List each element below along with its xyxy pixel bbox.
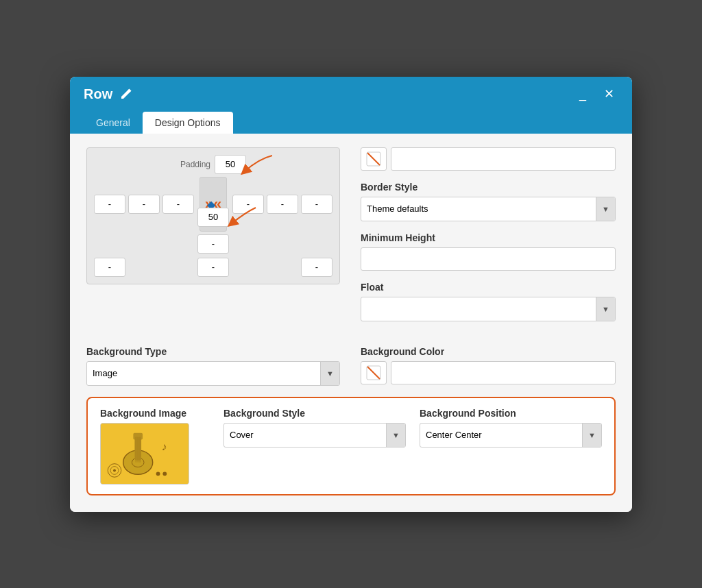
tab-general[interactable]: General: [84, 112, 143, 134]
float-select[interactable]: Left Right None: [361, 299, 596, 318]
title-bar-left: Row: [84, 86, 133, 102]
bg-style-dropdown-arrow: ▼: [386, 424, 405, 447]
pad-inner-solo[interactable]: [197, 234, 229, 254]
bg-style-select-wrap[interactable]: Cover Contain Auto Tile ▼: [223, 423, 406, 448]
bg-style-col: Background Style Cover Contain Auto Tile…: [223, 408, 406, 448]
right-col: Border Style Theme defaults None Solid D…: [361, 147, 616, 332]
padding-mid-row: ◆ » «: [94, 177, 332, 232]
svg-text:♪: ♪: [161, 441, 167, 452]
bg-color-label: Background Color: [361, 346, 616, 357]
tab-design-options[interactable]: Design Options: [143, 112, 233, 134]
pad-outer-bottom-mid[interactable]: [197, 258, 229, 277]
bg-image-col: Background Image: [100, 408, 210, 485]
arrow-annotation-inner: [218, 204, 266, 228]
padding-margin-section: Padding 50: [86, 147, 340, 332]
bottom-section: Background Type None Color Image Gradien…: [86, 346, 616, 495]
dialog: Row _ ✕ General Design Options: [70, 77, 632, 512]
bg-no-color-icon: [366, 365, 381, 380]
padding-top-row: Padding 50: [94, 155, 332, 174]
dialog-body: Padding 50: [70, 134, 632, 512]
guitar-svg: ♪: [101, 424, 189, 484]
bg-style-label: Background Style: [223, 408, 406, 419]
border-color-swatch[interactable]: [361, 147, 387, 171]
bg-type-group: Background Type None Color Image Gradien…: [86, 346, 340, 386]
close-button[interactable]: ✕: [600, 86, 618, 101]
svg-point-16: [162, 471, 167, 476]
title-bar-right: _ ✕: [575, 86, 618, 101]
bg-color-group: Background Color: [361, 346, 616, 384]
border-style-dropdown-arrow: ▼: [596, 197, 615, 221]
pad-left3[interactable]: [162, 195, 194, 214]
pad-right3[interactable]: [301, 195, 332, 214]
bg-type-select-wrap[interactable]: None Color Image Gradient ▼: [86, 361, 340, 386]
bg-position-col: Background Position Center Center Top Le…: [420, 408, 602, 448]
bg-position-dropdown-arrow: ▼: [582, 424, 601, 447]
bg-type-select[interactable]: None Color Image Gradient: [87, 364, 320, 382]
bg-image-label: Background Image: [100, 408, 210, 419]
bg-style-select[interactable]: Cover Contain Auto Tile: [224, 426, 386, 444]
pad-outer-bottom-left[interactable]: [94, 258, 125, 277]
border-style-field: Border Style Theme defaults None Solid D…: [361, 182, 616, 221]
border-color-field: [361, 147, 616, 171]
tabs-bar: General Design Options: [70, 112, 632, 134]
pad-outer-bottom-right[interactable]: [301, 258, 332, 277]
padding-label: Padding: [180, 160, 210, 169]
bg-position-label: Background Position: [420, 408, 602, 419]
arrow-annotation-top: [231, 152, 286, 180]
float-select-wrap[interactable]: Left Right None ▼: [361, 297, 616, 321]
minimize-button[interactable]: _: [575, 86, 590, 101]
border-color-input[interactable]: [391, 147, 616, 171]
bg-position-select[interactable]: Center Center Top Left Top Center Top Ri…: [420, 426, 582, 444]
padding-inner-bottom-row: [94, 234, 332, 254]
float-field: Float Left Right None ▼: [361, 282, 616, 321]
dialog-title: Row: [84, 86, 112, 102]
min-height-field: Minimum Height: [361, 232, 616, 271]
padding-box: Padding 50: [86, 147, 340, 284]
no-color-icon: [366, 151, 381, 167]
float-label: Float: [361, 282, 616, 293]
svg-point-15: [156, 471, 160, 476]
border-style-select-wrap[interactable]: Theme defaults None Solid Dashed Dotted …: [361, 197, 616, 221]
float-dropdown-arrow: ▼: [596, 297, 615, 321]
bottom-two-col: Background Type None Color Image Gradien…: [86, 346, 616, 386]
padding-outer-bottom-row: [94, 258, 332, 277]
pad-left2[interactable]: [128, 195, 160, 214]
pad-right2[interactable]: [267, 195, 298, 214]
pad-left1[interactable]: [94, 195, 125, 214]
bg-type-label: Background Type: [86, 346, 340, 357]
bg-color-input[interactable]: [391, 361, 616, 384]
three-col: Background Image: [100, 408, 602, 485]
min-height-label: Minimum Height: [361, 232, 616, 243]
border-style-label: Border Style: [361, 182, 616, 193]
min-height-input[interactable]: [361, 247, 616, 271]
highlighted-section: Background Image: [86, 397, 616, 495]
title-bar: Row _ ✕: [70, 77, 632, 112]
bg-position-select-wrap[interactable]: Center Center Top Left Top Center Top Ri…: [420, 423, 602, 448]
svg-point-14: [113, 469, 116, 471]
edit-icon[interactable]: [119, 87, 133, 101]
border-style-select[interactable]: Theme defaults None Solid Dashed Dotted: [361, 199, 596, 218]
main-two-col: Padding 50: [86, 147, 616, 332]
bg-type-dropdown-arrow: ▼: [320, 362, 339, 385]
bg-image-thumbnail[interactable]: ♪: [100, 423, 189, 485]
inner-padding-box: ◆ » «: [199, 177, 227, 232]
bg-color-swatch[interactable]: [361, 361, 387, 384]
